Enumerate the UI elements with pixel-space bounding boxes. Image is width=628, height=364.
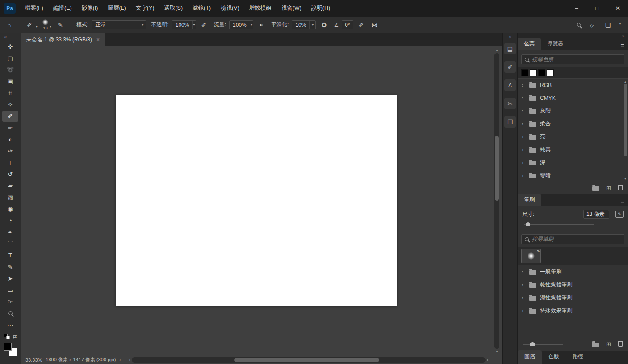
menu-window[interactable]: 視窗(W) [276, 0, 306, 17]
swap-colors-icon[interactable]: ⇄ [13, 334, 17, 339]
tab-layers[interactable]: 圖層 [518, 350, 542, 364]
tool-brush[interactable]: ✐ [2, 111, 18, 122]
tool-move[interactable]: ✜ [2, 41, 18, 52]
swatch-group-rgb[interactable]: › RGB [518, 79, 628, 91]
panel-menu-icon[interactable]: ≡ [616, 42, 628, 50]
recent-swatch[interactable] [530, 69, 537, 76]
properties-panel-icon[interactable]: ▤ [504, 43, 516, 54]
recent-swatch[interactable] [521, 69, 528, 76]
scroll-down-icon[interactable]: ▾ [624, 177, 626, 181]
airbrush-icon[interactable]: ≈ [256, 20, 266, 30]
tool-pencil[interactable]: ✏ [2, 122, 18, 133]
brush-group-dry-media[interactable]: › 乾性媒體筆刷 [518, 278, 628, 291]
panel-menu-icon[interactable]: ≡ [616, 198, 628, 206]
document-tab[interactable]: 未命名-1 @ 33.3% (RGB/8) × [21, 33, 105, 46]
tool-eyedropper[interactable]: ✧ [2, 99, 18, 110]
brushes-search-input[interactable]: 搜尋筆刷 [521, 234, 624, 244]
tool-path-selection[interactable]: ➤ [2, 273, 18, 284]
size-pressure-icon[interactable]: ✐ [356, 20, 366, 30]
tab-paths[interactable]: 路徑 [566, 350, 590, 364]
document-canvas[interactable] [116, 95, 397, 306]
slider-thumb[interactable] [526, 222, 530, 226]
tool-mixer-brush[interactable]: ✑ [2, 145, 18, 157]
menu-filter[interactable]: 濾鏡(T) [188, 0, 216, 17]
status-chevron-icon[interactable]: › [119, 357, 121, 362]
new-brush-icon[interactable]: ⊞ [606, 341, 611, 347]
chevron-right-icon[interactable]: › [522, 160, 525, 166]
brush-size-picker[interactable]: 13 ▾ [42, 18, 52, 31]
zoom-level-value[interactable]: 33.33% [25, 357, 42, 363]
tool-freeform-pen[interactable]: ✎ [2, 261, 18, 273]
menu-file[interactable]: 檔案(F) [20, 0, 48, 17]
recent-swatch[interactable] [547, 69, 554, 76]
opacity-select[interactable]: 100% ▾ [172, 20, 196, 29]
tab-close-icon[interactable]: × [96, 37, 100, 43]
new-swatch-icon[interactable]: ⊞ [606, 185, 611, 191]
swatch-group-dark[interactable]: › 深 [518, 156, 628, 169]
dock-collapse-icon[interactable]: « [509, 33, 511, 43]
new-group-icon[interactable] [592, 186, 599, 191]
chevron-right-icon[interactable]: › [522, 134, 525, 140]
tool-more-options[interactable]: ··· [2, 319, 18, 331]
scroll-thumb[interactable] [624, 84, 627, 156]
delete-icon[interactable] [618, 342, 623, 347]
flow-select[interactable]: 100% ▾ [229, 20, 253, 29]
tab-brushes[interactable]: 筆刷 [518, 194, 541, 206]
smoothing-gear-icon[interactable]: ⚙ [319, 20, 329, 30]
tool-hand[interactable]: ☞ [2, 296, 18, 307]
menu-select[interactable]: 選取(S) [159, 0, 188, 17]
search-icon[interactable] [577, 23, 581, 27]
brush-group-general[interactable]: › 一般筆刷 [518, 265, 628, 278]
tool-lasso[interactable]: ➰ [2, 64, 18, 75]
vertical-scroll-thumb[interactable] [495, 136, 499, 201]
tool-pen[interactable]: ✒ [2, 227, 18, 238]
libraries-panel-icon[interactable]: ❐ [504, 116, 516, 128]
tool-color-replacement[interactable]: ◐ [2, 134, 18, 145]
scroll-up-icon[interactable]: ▴ [496, 48, 498, 53]
tool-eraser[interactable]: ▰ [2, 180, 18, 191]
chevron-right-icon[interactable]: › [522, 82, 525, 88]
brush-settings-toggle-icon[interactable]: ✎ [615, 211, 624, 218]
slider-thumb[interactable] [530, 342, 535, 346]
vertical-scroll-track[interactable] [494, 53, 499, 349]
smoothing-select[interactable]: 10% ▾ [292, 20, 316, 29]
dock-expand-icon[interactable]: » [622, 34, 624, 39]
brush-size-slider[interactable] [524, 221, 622, 228]
tool-type[interactable]: T [2, 250, 18, 261]
menu-layer[interactable]: 圖層(L) [103, 0, 130, 17]
toolbar-collapse-icon[interactable]: » [0, 33, 12, 41]
brush-angle-input[interactable]: 0° [342, 20, 353, 29]
menu-view[interactable]: 檢視(V) [216, 0, 244, 17]
swatches-search-input[interactable]: 搜尋色票 [521, 54, 624, 64]
tool-rectangular-marquee[interactable]: ▢ [2, 53, 18, 64]
horizontal-scroll-track[interactable] [132, 357, 486, 363]
chevron-right-icon[interactable]: › [522, 308, 525, 314]
tool-gradient[interactable]: ▧ [2, 192, 18, 203]
chevron-right-icon[interactable]: › [522, 95, 525, 101]
tab-swatches[interactable]: 色票 [518, 38, 541, 50]
chevron-right-icon[interactable]: › [522, 282, 525, 288]
tool-history-brush[interactable]: ↺ [2, 169, 18, 180]
maximize-button[interactable]: □ [587, 0, 607, 17]
horizontal-scroll-thumb[interactable] [234, 358, 380, 362]
close-button[interactable]: ✕ [607, 0, 628, 17]
scroll-right-icon[interactable]: ▸ [486, 358, 491, 362]
chevron-right-icon[interactable]: › [522, 108, 525, 114]
tool-crop[interactable]: ⌗ [2, 87, 18, 99]
chevron-right-icon[interactable]: › [522, 295, 525, 301]
brush-settings-panel-icon[interactable]: ✐ [504, 61, 516, 73]
swatch-group-grayscale[interactable]: › 灰階 [518, 104, 628, 117]
tool-clone-stamp[interactable]: ⊤ [2, 157, 18, 168]
tool-zoom[interactable] [2, 308, 18, 319]
chevron-right-icon[interactable]: › [522, 121, 525, 127]
home-icon[interactable]: ⌂ [4, 20, 14, 30]
foreground-color-swatch[interactable] [4, 343, 12, 351]
preview-size-slider[interactable] [523, 342, 563, 347]
chevron-right-icon[interactable]: › [522, 269, 525, 275]
scroll-up-icon[interactable]: ▴ [624, 79, 626, 84]
chevron-right-icon[interactable]: › [522, 147, 525, 153]
opacity-pressure-icon[interactable]: ✐ [199, 20, 209, 30]
swatch-group-pure[interactable]: › 純真 [518, 143, 628, 156]
swatch-group-darker[interactable]: › 變暗 [518, 169, 628, 182]
tool-blur[interactable]: ◉ [2, 203, 18, 215]
